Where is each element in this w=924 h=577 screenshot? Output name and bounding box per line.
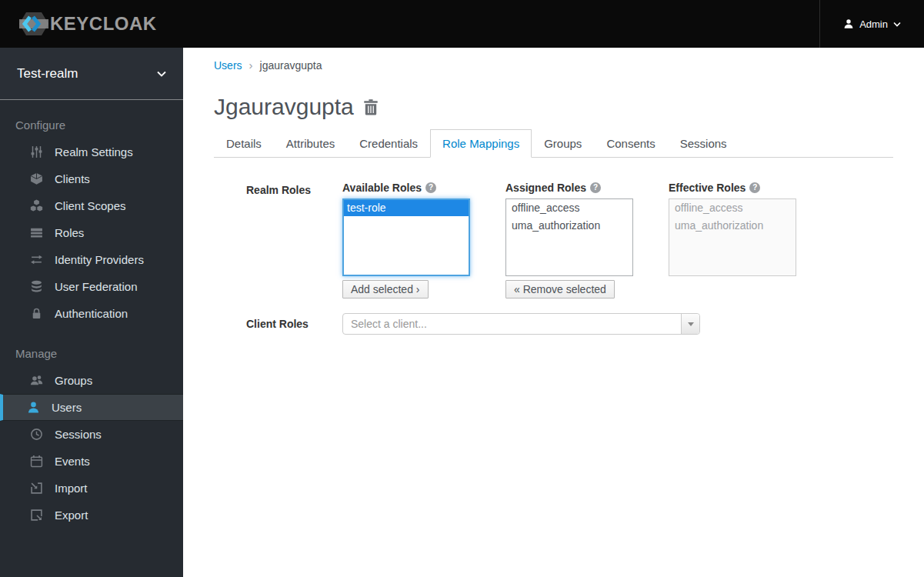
page-title: Jgauravgupta: [214, 94, 354, 120]
cube-icon: [30, 172, 43, 185]
realm-selector[interactable]: Test-realm: [0, 48, 183, 100]
sidebar-item-label: Realm Settings: [55, 145, 133, 158]
sidebar-item-label: Client Scopes: [55, 199, 126, 212]
remove-selected-button[interactable]: « Remove selected: [505, 280, 615, 299]
cubes-icon: [30, 199, 43, 212]
add-selected-button[interactable]: Add selected ›: [342, 280, 429, 299]
available-roles-header: Available Roles ?: [342, 182, 470, 194]
effective-roles-header: Effective Roles ?: [669, 182, 796, 194]
breadcrumb-link-users[interactable]: Users: [214, 59, 242, 72]
effective-role-option: uma_authorization: [669, 217, 796, 235]
sidebar-nav: Configure Realm Settings Clients: [0, 100, 183, 529]
tab-groups[interactable]: Groups: [532, 129, 594, 158]
client-roles-row: Client Roles Select a client...: [214, 313, 893, 335]
chevron-down-icon: [157, 71, 166, 77]
sidebar-item-label: Roles: [55, 226, 84, 239]
sidebar-item-label: Users: [52, 401, 82, 414]
role-mappings-form: Realm Roles Available Roles ? test-role …: [214, 182, 893, 335]
export-icon: [30, 509, 43, 522]
admin-user-menu[interactable]: Admin: [819, 0, 924, 48]
assigned-roles-column: Assigned Roles ? offline_access uma_auth…: [505, 182, 633, 299]
sidebar-item-groups[interactable]: Groups: [0, 367, 183, 394]
dropdown-arrow-icon: [681, 314, 699, 334]
assigned-roles-listbox[interactable]: offline_access uma_authorization: [505, 198, 633, 276]
assigned-role-option[interactable]: uma_authorization: [506, 217, 632, 235]
effective-roles-column: Effective Roles ? offline_access uma_aut…: [669, 182, 796, 299]
sidebar-item-users[interactable]: Users: [0, 394, 183, 421]
sidebar-item-roles[interactable]: Roles: [0, 219, 183, 246]
sidebar-item-user-federation[interactable]: User Federation: [0, 273, 183, 300]
help-icon[interactable]: ?: [425, 182, 436, 193]
sidebar-item-label: Clients: [55, 172, 90, 185]
client-select-dropdown[interactable]: Select a client...: [342, 313, 700, 335]
sidebar-item-identity-providers[interactable]: Identity Providers: [0, 246, 183, 273]
list-icon: [30, 226, 43, 239]
nav-section-configure: Configure Realm Settings Clients: [0, 118, 183, 327]
keycloak-logo[interactable]: KEYCLOAK: [0, 8, 157, 39]
sidebar-item-clients[interactable]: Clients: [0, 165, 183, 192]
breadcrumb-separator-icon: ›: [249, 58, 253, 72]
user-icon: [27, 401, 40, 414]
tab-attributes[interactable]: Attributes: [274, 129, 347, 158]
main-content: Users › jgauravgupta Jgauravgupta Detail…: [183, 48, 924, 577]
section-label-configure: Configure: [0, 118, 183, 138]
sidebar-item-label: Sessions: [55, 428, 102, 441]
database-icon: [30, 280, 43, 293]
client-select-placeholder: Select a client...: [343, 318, 427, 330]
sidebar-item-sessions[interactable]: Sessions: [0, 421, 183, 448]
calendar-icon: [30, 455, 43, 468]
breadcrumb-current: jgauravgupta: [260, 59, 322, 72]
effective-roles-title: Effective Roles: [669, 182, 746, 194]
sliders-icon: [30, 145, 43, 158]
breadcrumb: Users › jgauravgupta: [214, 58, 893, 72]
sidebar-item-label: Identity Providers: [55, 253, 144, 266]
assigned-role-option[interactable]: offline_access: [506, 199, 632, 217]
nav-section-manage: Manage Groups Users Sessions: [0, 347, 183, 529]
exchange-icon: [30, 253, 43, 266]
effective-roles-listbox: offline_access uma_authorization: [669, 198, 796, 276]
sidebar: Test-realm Configure Realm Settings Clie…: [0, 48, 183, 577]
sidebar-item-events[interactable]: Events: [0, 448, 183, 475]
client-roles-label: Client Roles: [246, 318, 342, 330]
help-icon[interactable]: ?: [749, 182, 760, 193]
group-icon: [30, 374, 43, 387]
realm-name: Test-realm: [17, 66, 78, 82]
available-roles-listbox[interactable]: test-role: [342, 198, 470, 276]
sidebar-item-authentication[interactable]: Authentication: [0, 300, 183, 327]
tab-details[interactable]: Details: [214, 129, 274, 158]
top-header-bar: KEYCLOAK Admin: [0, 0, 924, 48]
sidebar-item-label: User Federation: [55, 280, 138, 293]
clock-icon: [30, 428, 43, 441]
tab-sessions[interactable]: Sessions: [668, 129, 739, 158]
sidebar-item-client-scopes[interactable]: Client Scopes: [0, 192, 183, 219]
trash-icon[interactable]: [364, 99, 378, 115]
import-icon: [30, 482, 43, 495]
assigned-roles-header: Assigned Roles ?: [505, 182, 633, 194]
sidebar-item-label: Import: [55, 482, 88, 495]
realm-roles-row: Realm Roles Available Roles ? test-role …: [214, 182, 893, 299]
sidebar-item-export[interactable]: Export: [0, 502, 183, 529]
sidebar-item-realm-settings[interactable]: Realm Settings: [0, 138, 183, 165]
available-roles-column: Available Roles ? test-role Add selected…: [342, 182, 470, 299]
user-icon: [843, 18, 854, 29]
sidebar-item-import[interactable]: Import: [0, 475, 183, 502]
available-role-option[interactable]: test-role: [344, 200, 469, 216]
tab-bar: Details Attributes Credentials Role Mapp…: [214, 129, 893, 158]
logo-wordmark: KEYCLOAK: [50, 13, 157, 35]
tab-role-mappings[interactable]: Role Mappings: [430, 129, 532, 158]
section-label-manage: Manage: [0, 347, 183, 367]
keycloak-logo-icon: [18, 8, 49, 39]
lock-icon: [30, 307, 43, 320]
help-icon[interactable]: ?: [590, 182, 601, 193]
chevron-down-icon: [893, 22, 901, 27]
realm-roles-label: Realm Roles: [246, 182, 342, 299]
sidebar-item-label: Groups: [55, 374, 92, 387]
sidebar-item-label: Authentication: [55, 307, 128, 320]
admin-user-label: Admin: [859, 18, 888, 30]
tab-credentials[interactable]: Credentials: [347, 129, 430, 158]
effective-role-option: offline_access: [669, 199, 796, 217]
assigned-roles-title: Assigned Roles: [505, 182, 586, 194]
available-roles-title: Available Roles: [342, 182, 422, 194]
tab-consents[interactable]: Consents: [594, 129, 667, 158]
sidebar-item-label: Events: [55, 455, 90, 468]
